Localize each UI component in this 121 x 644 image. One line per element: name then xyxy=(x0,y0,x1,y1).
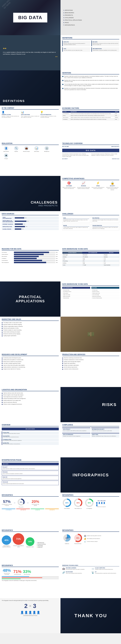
item-num: 2. xyxy=(63,12,65,14)
thank-you-text: THANK YOU xyxy=(74,613,107,618)
interp-box: VISUALIZEPresent insights through dashbo… xyxy=(2,481,59,485)
slide-9-realization: REALIZATION 👤Data Scientist🔧Engineer💼Bus… xyxy=(0,141,60,176)
overview-box: Compliance RiskNon-compliance with data … xyxy=(2,438,59,442)
bullet-item: Customer segmentation based on behavior. xyxy=(2,326,59,327)
table-row: ProcessingETLELT xyxy=(62,260,119,262)
logistics-title: LOGISTICS AND ORGANIZATION xyxy=(2,389,59,391)
bullet-item: Customer service enhancement. xyxy=(62,368,119,370)
realization-icon-item: 💻IT Expert xyxy=(2,153,11,159)
tech-right-text: The main technology components of Big Da… xyxy=(91,153,119,157)
info1-units: 1 YOTTABYTE1 ZETTABYTE1 EXABYTE1 PETABYT… xyxy=(2,509,59,510)
slide-11-challenges-dark: CHALLENGES AND PROSEPCTS xyxy=(0,176,60,211)
company-title: IN THE COMPANY xyxy=(2,107,59,110)
bullet-item: Demand forecasting for better stock mana… xyxy=(2,398,59,399)
row-10: MARKETING UND SALES The ability to tailo… xyxy=(0,317,121,352)
table-row: New ProductsAbility to gauge customer ne… xyxy=(62,116,119,118)
overview-box: Security RiskData breaches and unauthori… xyxy=(2,435,59,438)
contents-item: 6. RISKS xyxy=(63,22,118,24)
bullet-item: Social media monitoring and analysis. xyxy=(2,331,59,333)
info2-circle3: 45% IoT integration xyxy=(85,498,94,509)
bullet-item: Track shipments and inventory in real ti… xyxy=(2,396,59,398)
dw-left-item: • Batch processing xyxy=(62,296,90,297)
row-18: The infographic shows the data generated… xyxy=(0,598,121,633)
info1-unit: 1 EXABYTE xyxy=(31,509,44,510)
row-6: CHALLENGES AND PROSEPCTS COMPETITIVE ADV… xyxy=(0,176,121,211)
bullet-item: Service delivery improvement. xyxy=(62,366,119,368)
bullet-item: Real-time personalization of offers. xyxy=(2,328,59,329)
info1-stat5: 20% Annual growth rate globally xyxy=(30,499,41,506)
reason-bar: Faster decisions72% xyxy=(2,254,59,255)
dw-left-header: DATA WAREHOUSE xyxy=(62,287,90,289)
dw-right-item: • Low cost storage xyxy=(91,294,119,296)
row-8: REASONS FOR BIG DATA Cost savings85%Fast… xyxy=(0,246,121,282)
definition-box: TOOLTools and methods to use very large … xyxy=(62,47,90,52)
svg-text:65%: 65% xyxy=(76,502,80,504)
row-4: IN THE COMPANY 👤PRIMARY ACTORSBusiness, … xyxy=(0,106,121,141)
svg-text:45%: 45% xyxy=(88,502,91,504)
challenges-grid: DATAManaging the volume, variety, and ve… xyxy=(62,216,119,230)
info5-stat3: 33% Semi-structured xyxy=(23,570,31,575)
item-num: 7. xyxy=(63,24,65,26)
reasons-title: REASONS FOR BIG DATA xyxy=(2,248,59,250)
infographic-4-title: INFOGRAPHICS xyxy=(62,530,119,532)
slide-2-contents: 1. DEFINTIONS2. BENCHMARKS3. PROSPECTS4.… xyxy=(60,0,121,35)
bullet-item: Enhance vendor management processes. xyxy=(2,404,59,405)
item-num: 6. xyxy=(63,22,65,23)
tech-bottom-right: GREATER VALUE xyxy=(112,158,119,159)
emerge-icons: 🤖MACHINE LEARNINGAutomated data analysis… xyxy=(62,567,119,574)
info3-stat3: 33% Reduction in costs xyxy=(26,537,34,548)
info1-unit: 1 YOTTABYTE xyxy=(2,509,15,510)
slide-infographic-5: INFOGRAPHICS 48% Structured data percent… xyxy=(0,563,60,598)
info4-pie1: 20% Healthcare xyxy=(62,533,72,544)
interp-highlight: BIG DATA xyxy=(2,463,59,465)
infographic-3-title: INFOGRAPHICS xyxy=(2,530,59,532)
interp-box: ANALYZEApply statistical and machine lea… xyxy=(2,476,59,480)
challenges-line1: CHALLENGES xyxy=(31,200,58,204)
slide-footer: The infographic shows the data generated… xyxy=(0,598,60,633)
challenge-item: TRANSFORMATIONOrganizational transformat… xyxy=(91,224,119,230)
tech-bottom-left: BIG VARIETY xyxy=(62,158,68,159)
interp-title: INTERPRETATION PHASE xyxy=(2,459,59,462)
info2-people: $41.7 BILLION 👤 👤 👤 👤 👤 Market size proj… xyxy=(96,500,107,507)
reason-bar: Cost savings85% xyxy=(2,252,59,253)
dw-left-item: • Historical data xyxy=(62,297,90,299)
logistics-list: Optimize delivery routes with real-time … xyxy=(2,392,59,405)
compliance-box: AUDIT TRAILMaintain comprehensive logs o… xyxy=(91,433,119,438)
row-2: ❝❝ It is a capital mistake to theorize b… xyxy=(0,35,121,70)
compliance-grid: DATA PRIVACYEnsure compliance with GDPR … xyxy=(62,428,119,438)
infographic-1-title: INFOGRAPHICS xyxy=(2,494,59,496)
table-row: Data TypesStructuredAll types xyxy=(62,254,119,256)
sources-title: DATA SOURCES xyxy=(2,213,59,215)
bullet-item: Quality control through data analytics. xyxy=(62,361,119,362)
big-data-bar: BIG DATA xyxy=(62,149,119,152)
slide-money-image: 💵 xyxy=(60,317,121,352)
challenges-text: CHALLENGES AND PROSEPCTS xyxy=(31,200,58,207)
info1-unit: 1 PETABYTE xyxy=(45,509,59,510)
emerge-item: ☁️CLOUD COMPUTINGScalable storage and pr… xyxy=(91,567,119,570)
definitions-items: Big data is data that exceeds the proces… xyxy=(62,76,119,90)
row-13: OVERVIEW BIG DATA RISKS Privacy RiskColl… xyxy=(0,422,121,457)
slide-infographic-1: INFOGRAPHICS 57% Of organizations invest… xyxy=(0,492,60,528)
dw-left-items: • Structured data• Pre-defined schema• S… xyxy=(62,289,90,299)
info4-items: 🏥 Analytics improving patient outcomes. … xyxy=(84,535,119,543)
practical-line1: PRACTICAL xyxy=(16,295,45,299)
bullet-item: Big data enables more effective targetin… xyxy=(2,324,59,325)
reasons-bars: Cost savings85%Faster decisions72%New pr… xyxy=(2,252,59,263)
economic-table: FACTORDESCRIPTIONIMPACTCost ReductionHad… xyxy=(62,111,119,120)
slide-3-quote: ❝❝ It is a capital mistake to theorize b… xyxy=(0,35,60,70)
compliance-box: INFORMATION SECURITYImplement robust sec… xyxy=(91,428,119,432)
reason-bar: Compliance55% xyxy=(2,258,59,259)
interp-box: COLLECTGather data from multiple sources… xyxy=(2,466,59,470)
table-row: LatencyHighLow xyxy=(62,262,119,264)
bullet-item: Identify trends and patterns in research… xyxy=(2,359,59,360)
slide-26-interpretation: INTERPRETATION PHASE BIG DATA COLLECTGat… xyxy=(0,457,60,492)
competitive-item: 🔒SECURITYEnhanced security through real-… xyxy=(106,181,119,190)
slide-infographic-6: EMERGING TECHNOLOGIES 🤖MACHINE LEARNINGA… xyxy=(60,563,121,598)
def-item: The term Big Data describes large volume… xyxy=(62,84,119,86)
info4-pie2: 85% Financial Services xyxy=(73,533,83,544)
item-num: 1. xyxy=(63,10,65,11)
row-17: INFOGRAPHICS 48% Structured data percent… xyxy=(0,563,121,598)
dw-left-item: • Pre-defined schema xyxy=(62,291,90,292)
source-item: TEAM COLLABORATION65% xyxy=(2,216,59,219)
dw-right-items: • All data types• Dynamic schema• Variou… xyxy=(91,289,119,299)
